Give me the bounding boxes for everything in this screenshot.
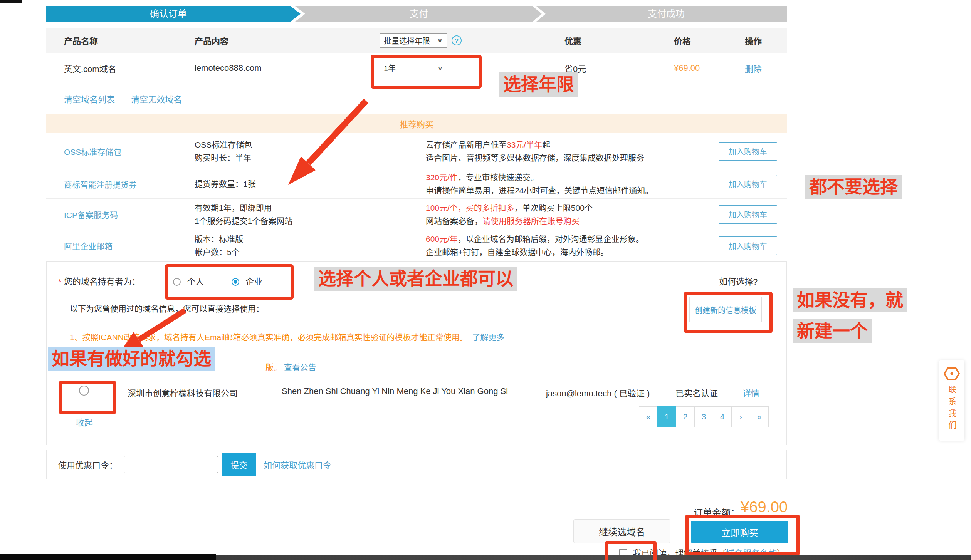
add-to-cart-button[interactable]: 加入购物车 bbox=[719, 175, 777, 193]
annotation-select-year: 选择年限 bbox=[499, 72, 578, 97]
mail-desc-line1: 600元/年，以企业域名为邮箱后缀，对外沟通彰显企业形象。 bbox=[426, 233, 719, 246]
trademark-desc-line1: 320元/件，专业审核快速递交。 bbox=[426, 171, 719, 184]
used-info-tip: 以下为您曾使用过的域名信息，您可以直接选择使用： bbox=[70, 302, 264, 314]
radio-personal[interactable]: 个人 bbox=[173, 275, 204, 287]
page-4[interactable]: 4 bbox=[713, 406, 732, 427]
help-icon[interactable]: ? bbox=[452, 35, 462, 45]
template-radio[interactable] bbox=[79, 386, 89, 396]
icp-name-link[interactable]: ICP备案服务码 bbox=[64, 211, 118, 220]
trademark-desc-line2: 申请操作简单易用，进程24小时可查，关键节点短信邮件通知。 bbox=[426, 184, 719, 197]
clear-domain-list-link[interactable]: 清空域名列表 bbox=[64, 95, 115, 104]
company-pinyin: Shen Zhen Shi Chuang Yi Nin Meng Ke Ji Y… bbox=[282, 386, 508, 396]
page-first[interactable]: « bbox=[639, 406, 658, 427]
coupon-row: 使用优惠口令： 提交 如何获取优惠口令 bbox=[46, 450, 787, 479]
header-product-name: 产品名称 bbox=[46, 34, 195, 47]
step-pay: 支付 bbox=[305, 6, 533, 22]
domain-price: ¥69.00 bbox=[669, 63, 734, 73]
icp-desc-line2: 网站备案必备，请使用服务器所在账号购买 bbox=[426, 215, 719, 228]
coupon-submit-button[interactable]: 提交 bbox=[222, 453, 256, 476]
icp-content-line2: 1个服务码提交1个备案网站 bbox=[195, 215, 426, 228]
step-pay-success: 支付成功 bbox=[546, 6, 787, 22]
learn-more-link[interactable]: 了解更多 bbox=[472, 333, 504, 342]
domain-name-value: lemoteco888.com bbox=[195, 63, 380, 73]
domain-product-name: 英文.com域名 bbox=[46, 62, 195, 74]
annotation-holder-choice: 选择个人或者企业都可以 bbox=[314, 267, 517, 291]
company-name: 深圳市创意柠檬科技有限公司 bbox=[128, 386, 238, 399]
announce-notice: 版。 查看公告 bbox=[265, 361, 316, 372]
template-pagination: « 1 2 3 4 › » bbox=[639, 406, 769, 427]
radio-enterprise-circle[interactable] bbox=[232, 278, 239, 286]
recommend-title: 推荐购买 bbox=[400, 117, 433, 130]
radio-personal-circle[interactable] bbox=[173, 278, 181, 286]
mail-name-link[interactable]: 阿里企业邮箱 bbox=[64, 242, 113, 251]
coupon-help-link[interactable]: 如何获取优惠口令 bbox=[264, 458, 331, 471]
contact-us-label: 联系我们 bbox=[946, 385, 958, 433]
header-product-content: 产品内容 bbox=[195, 34, 380, 47]
radio-enterprise[interactable]: 企业 bbox=[232, 275, 262, 287]
oss-desc-line1: 云存储产品新用户低至33元/半年起 bbox=[426, 138, 719, 151]
domain-row: 英文.com域名 lemoteco888.com 1年 ∨ 省0元 ¥69.00… bbox=[46, 53, 787, 83]
company-verify-status: 已实名认证 bbox=[675, 386, 718, 399]
trademark-name-link[interactable]: 商标智能注册提货券 bbox=[64, 180, 137, 189]
chevron-down-icon: ∨ bbox=[438, 65, 443, 71]
icann-notice: 1、按照ICANN政策要求，域名持有人Email邮箱必须真实准确，必须完成邮箱真… bbox=[70, 331, 504, 342]
recommend-row-trademark: 商标智能注册提货券 提货券数量：1张 320元/件，专业审核快速递交。 申请操作… bbox=[46, 169, 787, 199]
header-discount: 优惠 bbox=[561, 34, 669, 47]
page-next[interactable]: › bbox=[731, 406, 750, 427]
create-template-button[interactable]: 创建新的信息模板 bbox=[689, 297, 762, 322]
add-to-cart-button[interactable]: 加入购物车 bbox=[719, 205, 777, 224]
annotation-create-new-line2: 新建一个 bbox=[793, 319, 872, 343]
progress-steps: 确认订单 支付 支付成功 bbox=[46, 6, 787, 22]
icp-content-line1: 有效期1年，即绑即用 bbox=[195, 201, 426, 215]
view-announcement-link[interactable]: 查看公告 bbox=[284, 363, 316, 372]
radio-enterprise-label: 企业 bbox=[245, 277, 262, 287]
coupon-input[interactable] bbox=[124, 456, 218, 473]
icp-desc-line1: 100元/个，买的多折扣多，单次购买上限500个 bbox=[426, 201, 719, 215]
clear-invalid-domain-link[interactable]: 清空无效域名 bbox=[131, 95, 182, 104]
buy-now-button[interactable]: 立即购买 bbox=[691, 521, 788, 543]
annotation-check-if-ready: 如果有做好的就勾选 bbox=[48, 347, 215, 371]
delete-link[interactable]: 删除 bbox=[745, 64, 762, 74]
annotation-create-new-line1: 如果没有，就 bbox=[793, 288, 907, 312]
required-mark: * bbox=[58, 277, 62, 287]
contact-us-widget[interactable]: 联系我们 bbox=[939, 360, 964, 441]
clear-links: 清空域名列表 清空无效域名 bbox=[64, 92, 182, 105]
holder-label: * 您的域名持有者为： bbox=[58, 275, 140, 287]
page-last[interactable]: » bbox=[750, 406, 769, 427]
page-1[interactable]: 1 bbox=[657, 406, 676, 427]
company-email: jason@lemo.tech ( 已验证 ) bbox=[546, 386, 650, 399]
bottom-bar-right bbox=[216, 555, 971, 560]
page-2[interactable]: 2 bbox=[676, 406, 695, 427]
header-price: 价格 bbox=[669, 34, 734, 47]
collapse-link[interactable]: 收起 bbox=[76, 416, 93, 428]
step-confirm-order: 确认订单 bbox=[46, 6, 291, 22]
header-action: 操作 bbox=[734, 34, 787, 47]
batch-year-select-value: 批量选择年限 bbox=[384, 35, 430, 46]
add-to-cart-button[interactable]: 加入购物车 bbox=[719, 236, 777, 255]
recommend-row-oss: OSS标准存储包 OSS标准存储包 购买时长：半年 云存储产品新用户低至33元/… bbox=[46, 133, 787, 169]
chevron-down-icon: ∨ bbox=[437, 37, 443, 44]
mail-content-line1: 版本：标准版 bbox=[195, 233, 426, 246]
oss-content-line2: 购买时长：半年 bbox=[195, 151, 426, 164]
add-to-cart-button[interactable]: 加入购物车 bbox=[719, 142, 777, 161]
continue-select-domain-button[interactable]: 继续选域名 bbox=[573, 519, 670, 543]
order-confirm-page: 确认订单 支付 支付成功 产品名称 产品内容 批量选择年限 ∨ ? 优惠 价格 … bbox=[0, 0, 971, 560]
recommend-band: 推荐购买 bbox=[46, 114, 787, 133]
annotation-no-select: 都不要选择 bbox=[805, 175, 902, 199]
order-table-header: 产品名称 产品内容 批量选择年限 ∨ ? 优惠 价格 操作 bbox=[46, 28, 787, 53]
oss-desc-line2: 适合图片、音视频等多媒体数据存储，深度集成数据处理服务 bbox=[426, 151, 719, 164]
term-select[interactable]: 1年 ∨ bbox=[380, 61, 447, 75]
company-detail-link[interactable]: 详情 bbox=[743, 386, 759, 399]
total-value: ¥69.00 bbox=[741, 498, 788, 516]
oss-name-link[interactable]: OSS标准存储包 bbox=[64, 148, 121, 156]
total-label: 订单金额： bbox=[694, 505, 740, 519]
mail-desc-line2: 企业邮箱+钉钉，自建全球数据中心，海内外畅邮。 bbox=[426, 246, 719, 259]
trademark-content-line1: 提货券数量：1张 bbox=[195, 178, 426, 191]
recommend-row-mail: 阿里企业邮箱 版本：标准版 帐户数：5个 600元/年，以企业域名为邮箱后缀，对… bbox=[46, 230, 787, 261]
term-select-value: 1年 bbox=[384, 62, 396, 74]
how-to-choose-link[interactable]: 如何选择? bbox=[719, 275, 758, 287]
page-3[interactable]: 3 bbox=[694, 406, 713, 427]
corner-sliver bbox=[0, 0, 22, 3]
batch-year-select[interactable]: 批量选择年限 ∨ bbox=[380, 33, 447, 48]
announce-fragment: 版。 bbox=[265, 363, 282, 372]
